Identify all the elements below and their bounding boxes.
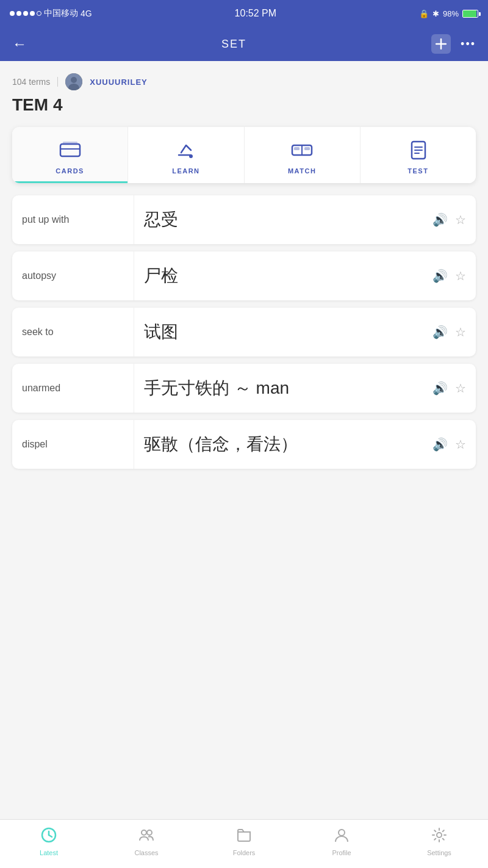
tab-learn[interactable]: LEARN [128,127,244,183]
tab-bar-settings[interactable]: Settings [390,820,488,868]
sound-button-3[interactable]: 🔊 [432,325,448,339]
card-actions-2: 🔊 ☆ [423,251,476,300]
nav-title: SET [221,38,246,51]
status-right: 🔒 ✱ 98% [419,9,478,18]
tab-bar-profile[interactable]: Profile [293,820,390,868]
tab-bar-latest-label: Latest [40,849,58,856]
tab-cards[interactable]: CARDS [12,127,128,183]
meta-row: 104 terms XUUUURILEY [12,73,476,90]
add-icon [436,38,447,49]
svg-point-19 [142,830,146,835]
card-chinese-2: 尸检 [134,251,423,300]
tab-test[interactable]: TEST [361,127,476,183]
svg-line-18 [49,835,52,837]
svg-rect-3 [60,144,80,156]
folder-icon [236,827,252,847]
more-button[interactable]: ••• [461,38,476,51]
card-chinese-4: 手无寸铁的 ～ man [134,364,423,413]
flashcard-5: dispel 驱散（信念，看法） 🔊 ☆ [12,420,476,469]
match-icon [290,139,314,161]
settings-icon [431,827,447,847]
card-english-1: put up with [12,195,134,244]
sound-button-1[interactable]: 🔊 [432,212,448,227]
terms-count: 104 terms [12,77,50,87]
card-chinese-3: 试图 [134,308,423,356]
network-label: 4G [81,9,92,18]
meta-divider [57,77,58,87]
battery-icon [462,10,478,18]
sound-button-4[interactable]: 🔊 [432,381,448,396]
mode-tabs: CARDS LEARN MATCH [12,127,476,183]
dot-2 [16,11,21,16]
tab-learn-label: LEARN [172,167,199,175]
star-button-1[interactable]: ☆ [455,212,466,227]
tab-bar-classes[interactable]: Classes [98,820,195,868]
tab-match-label: MATCH [288,167,316,175]
card-english-5: dispel [12,420,134,469]
back-button[interactable]: ← [12,35,37,52]
card-english-4: unarmed [12,364,134,413]
card-chinese-1: 忍受 [134,195,423,244]
card-list: put up with 忍受 🔊 ☆ autopsy 尸检 🔊 ☆ seek t… [12,195,476,530]
tab-cards-label: CARDS [56,167,84,175]
content: 104 terms XUUUURILEY TEM 4 CARDS [0,61,488,530]
cards-icon [58,139,82,161]
signal-dots [10,11,41,16]
test-icon [406,139,430,161]
star-button-2[interactable]: ☆ [455,269,466,283]
nav-bar: ← SET ••• [0,27,488,61]
user-avatar [65,73,82,90]
sound-button-5[interactable]: 🔊 [432,437,448,452]
set-title: TEM 4 [12,95,476,115]
carrier-label: 中国移动 [44,8,78,19]
status-bar: 中国移动 4G 10:52 PM 🔒 ✱ 98% [0,0,488,27]
dot-1 [10,11,15,16]
dot-4 [30,11,35,16]
dot-5 [37,11,41,16]
add-button[interactable] [431,34,451,54]
tab-match[interactable]: MATCH [245,127,361,183]
tab-bar-settings-label: Settings [427,849,451,856]
card-actions-4: 🔊 ☆ [423,364,476,413]
tab-bar-classes-label: Classes [134,849,158,856]
flashcard-3: seek to 试图 🔊 ☆ [12,308,476,356]
lock-icon: 🔒 [419,9,429,18]
bluetooth-icon: ✱ [432,9,439,18]
username: XUUUURILEY [90,78,148,87]
dot-3 [23,11,28,16]
svg-point-20 [147,830,152,835]
svg-rect-11 [304,147,310,150]
svg-rect-10 [294,147,300,150]
card-english-3: seek to [12,308,134,356]
svg-point-21 [339,830,345,836]
card-english-2: autopsy [12,251,134,300]
battery-percent: 98% [443,9,459,18]
tab-bar-profile-label: Profile [332,849,351,856]
learn-icon [174,139,198,161]
flashcard-1: put up with 忍受 🔊 ☆ [12,195,476,244]
svg-point-1 [71,77,77,83]
card-actions-3: 🔊 ☆ [423,308,476,356]
clock-icon [41,827,57,847]
status-left: 中国移动 4G [10,8,92,19]
star-button-3[interactable]: ☆ [455,325,466,339]
nav-actions: ••• [431,34,476,54]
tab-bar-folders[interactable]: Folders [195,820,293,868]
tab-bar-folders-label: Folders [233,849,256,856]
classes-icon [138,827,154,847]
tab-bar-latest[interactable]: Latest [0,820,98,868]
svg-rect-4 [63,142,77,144]
battery-fill [463,10,476,17]
svg-point-7 [189,154,193,158]
sound-button-2[interactable]: 🔊 [432,269,448,283]
tab-bar: Latest Classes Folders Pro [0,819,488,868]
star-button-4[interactable]: ☆ [455,381,466,396]
star-button-5[interactable]: ☆ [455,437,466,452]
status-time: 10:52 PM [235,8,276,19]
flashcard-2: autopsy 尸检 🔊 ☆ [12,251,476,300]
svg-point-22 [437,833,442,837]
tab-test-label: TEST [407,167,428,175]
card-actions-5: 🔊 ☆ [423,420,476,469]
profile-icon [334,827,350,847]
flashcard-4: unarmed 手无寸铁的 ～ man 🔊 ☆ [12,364,476,413]
